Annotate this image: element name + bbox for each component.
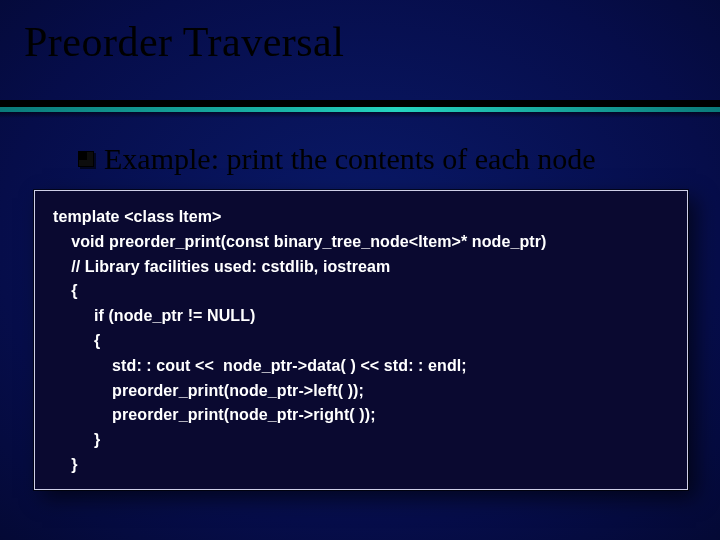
code-content: template <class Item> void preorder_prin… — [53, 205, 677, 478]
subhead-text: print the contents of each node — [219, 142, 596, 175]
subhead-label: Example: — [104, 142, 219, 175]
code-block: template <class Item> void preorder_prin… — [34, 190, 688, 490]
subheading: Example: print the contents of each node — [78, 142, 596, 176]
square-bullet-icon — [78, 151, 94, 167]
title-divider — [0, 100, 720, 114]
slide-title: Preorder Traversal — [0, 0, 720, 66]
